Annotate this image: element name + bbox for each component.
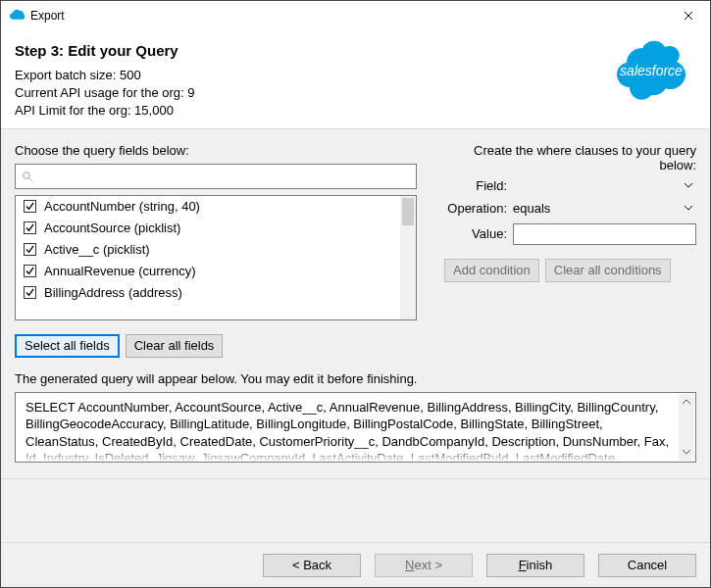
checkbox-icon[interactable] <box>24 265 36 277</box>
step-title: Step 3: Edit your Query <box>15 42 696 59</box>
where-field-select[interactable] <box>513 183 696 188</box>
generated-query-textarea[interactable]: SELECT AccountNumber, AccountSource, Act… <box>15 392 696 463</box>
finish-button[interactable]: Finish <box>486 554 584 577</box>
svg-point-1 <box>24 172 30 178</box>
field-search-input[interactable] <box>15 164 417 189</box>
generated-query-label: The generated query will appear below. Y… <box>15 371 696 386</box>
chevron-down-icon <box>685 206 692 211</box>
list-item[interactable]: BillingAddress (address) <box>16 282 400 304</box>
select-all-fields-button[interactable]: Select all fields <box>15 334 120 358</box>
field-label: AnnualRevenue (currency) <box>44 264 196 278</box>
svg-line-2 <box>29 177 32 180</box>
close-button[interactable] <box>666 1 710 30</box>
chevron-down-icon <box>685 183 692 188</box>
window-title: Export <box>30 9 666 23</box>
where-section-label: Create the where clauses to your query b… <box>444 143 696 172</box>
wizard-footer: < Back Next > Finish Cancel <box>1 542 710 587</box>
api-limit-label: API Limit for the org: 15,000 <box>15 102 696 120</box>
svg-text:salesforce: salesforce <box>620 63 683 78</box>
field-label: AccountSource (picklist) <box>44 220 180 235</box>
scroll-up-icon[interactable] <box>679 394 694 410</box>
list-item[interactable]: Active__c (picklist) <box>16 239 400 261</box>
checkbox-icon[interactable] <box>24 221 36 234</box>
add-condition-button[interactable]: Add condition <box>444 259 539 282</box>
where-operation-label: Operation: <box>444 201 513 216</box>
where-panel: Create the where clauses to your query b… <box>444 143 696 358</box>
checkbox-icon[interactable] <box>24 286 36 299</box>
search-icon <box>22 171 33 182</box>
where-operation-value: equals <box>513 201 550 216</box>
back-button[interactable]: < Back <box>263 554 361 577</box>
api-usage-label: Current API usage for the org: 9 <box>15 84 696 102</box>
list-item[interactable]: AnnualRevenue (currency) <box>16 261 400 282</box>
app-icon <box>9 8 25 24</box>
wizard-header: Step 3: Edit your Query Export batch siz… <box>1 30 710 128</box>
batch-size-label: Export batch size: 500 <box>15 67 696 84</box>
where-value-input[interactable] <box>513 223 696 245</box>
cancel-button[interactable]: Cancel <box>598 554 696 577</box>
export-dialog: Export Step 3: Edit your Query Export ba… <box>0 0 711 588</box>
field-list: AccountNumber (string, 40) AccountSource… <box>15 195 417 320</box>
checkbox-icon[interactable] <box>24 243 36 256</box>
wizard-body: Choose the query fields below: AccountNu… <box>1 128 710 542</box>
list-item[interactable]: AccountSource (picklist) <box>16 218 400 239</box>
field-label: BillingAddress (address) <box>44 285 182 300</box>
fields-panel: Choose the query fields below: AccountNu… <box>15 143 417 358</box>
checkbox-icon[interactable] <box>24 200 36 213</box>
clear-all-fields-button[interactable]: Clear all fields <box>126 334 224 358</box>
clear-conditions-button[interactable]: Clear all conditions <box>545 259 671 282</box>
where-operation-select[interactable]: equals <box>513 201 696 216</box>
query-scrollbar[interactable] <box>679 394 694 461</box>
titlebar: Export <box>1 1 710 30</box>
where-field-label: Field: <box>444 178 513 193</box>
scroll-down-icon[interactable] <box>679 445 694 461</box>
field-list-scrollbar[interactable] <box>400 196 416 319</box>
fields-section-label: Choose the query fields below: <box>15 143 417 158</box>
field-label: AccountNumber (string, 40) <box>44 199 200 214</box>
field-label: Active__c (picklist) <box>44 242 150 257</box>
next-button[interactable]: Next > <box>375 554 473 577</box>
list-item[interactable]: AccountNumber (string, 40) <box>16 196 400 218</box>
salesforce-logo: salesforce <box>606 38 696 104</box>
where-value-label: Value: <box>444 226 513 241</box>
